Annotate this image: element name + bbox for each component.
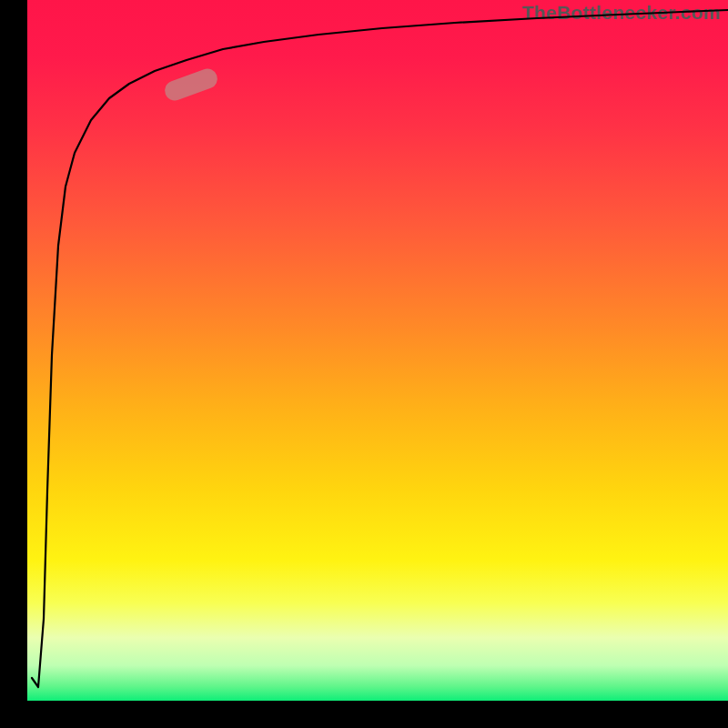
bottleneck-curve bbox=[32, 10, 728, 687]
bottleneck-chart: TheBottlenecker.com bbox=[0, 0, 728, 728]
x-axis-bar bbox=[0, 701, 728, 728]
y-axis-bar bbox=[0, 0, 27, 728]
plot-area: TheBottlenecker.com bbox=[27, 0, 728, 701]
curve-svg bbox=[27, 0, 728, 701]
highlight-marker bbox=[162, 66, 220, 103]
